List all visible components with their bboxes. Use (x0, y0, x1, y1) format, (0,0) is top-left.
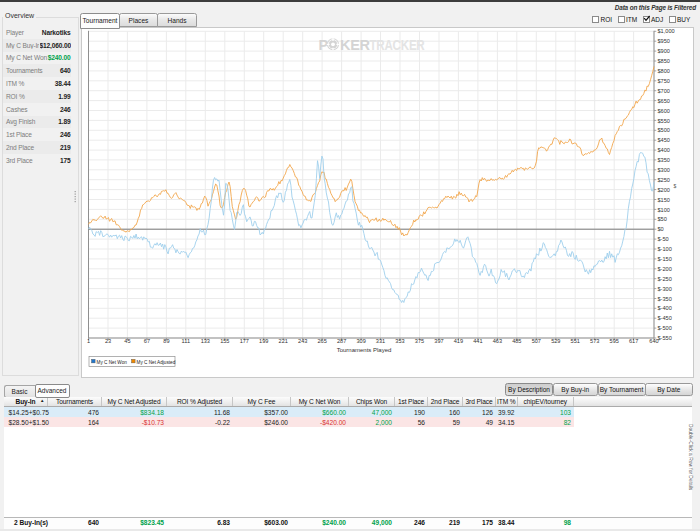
svg-text:23: 23 (105, 338, 111, 344)
svg-text:$1,000: $1,000 (658, 28, 675, 34)
svg-text:$600: $600 (658, 108, 670, 114)
svg-text:$0: $0 (658, 226, 664, 232)
svg-text:287: 287 (337, 338, 346, 344)
svg-text:67: 67 (144, 338, 150, 344)
svg-text:$100: $100 (658, 207, 670, 213)
svg-text:309: 309 (356, 338, 365, 344)
svg-text:$650: $650 (658, 98, 670, 104)
svg-text:$500: $500 (658, 127, 670, 133)
svg-text:KER: KER (340, 37, 371, 53)
svg-text:353: 353 (395, 338, 404, 344)
svg-text:$-100: $-100 (658, 246, 672, 252)
svg-text:199: 199 (259, 338, 268, 344)
svg-text:243: 243 (298, 338, 307, 344)
svg-text:$300: $300 (658, 167, 670, 173)
svg-text:$250: $250 (658, 177, 670, 183)
svg-text:529: 529 (551, 338, 560, 344)
svg-text:$-350: $-350 (658, 296, 672, 302)
svg-text:1: 1 (87, 338, 90, 344)
svg-text:$-550: $-550 (658, 335, 672, 341)
svg-text:45: 45 (124, 338, 130, 344)
svg-text:507: 507 (532, 338, 541, 344)
svg-text:177: 177 (240, 338, 249, 344)
svg-text:$-250: $-250 (658, 276, 672, 282)
svg-text:111: 111 (182, 338, 191, 344)
svg-text:$700: $700 (658, 88, 670, 94)
svg-text:441: 441 (473, 338, 482, 344)
svg-text:397: 397 (434, 338, 443, 344)
svg-text:$400: $400 (658, 147, 670, 153)
svg-text:$-450: $-450 (658, 315, 672, 321)
svg-text:375: 375 (415, 338, 424, 344)
svg-text:155: 155 (220, 338, 229, 344)
svg-text:463: 463 (493, 338, 502, 344)
svg-text:$-300: $-300 (658, 286, 672, 292)
svg-text:419: 419 (454, 338, 463, 344)
svg-text:595: 595 (610, 338, 619, 344)
svg-text:$-50: $-50 (658, 236, 669, 242)
svg-text:$50: $50 (658, 216, 667, 222)
svg-text:$900: $900 (658, 48, 670, 54)
svg-text:$850: $850 (658, 58, 670, 64)
svg-text:$150: $150 (658, 197, 670, 203)
svg-text:551: 551 (571, 338, 580, 344)
svg-text:221: 221 (279, 338, 288, 344)
svg-text:$950: $950 (658, 38, 670, 44)
svg-text:133: 133 (201, 338, 210, 344)
svg-text:My C Net Won: My C Net Won (97, 360, 128, 365)
svg-text:TRACKER: TRACKER (370, 36, 426, 53)
svg-text:573: 573 (590, 338, 599, 344)
svg-text:Tournaments Played: Tournaments Played (337, 347, 392, 353)
svg-text:89: 89 (163, 338, 169, 344)
svg-text:$550: $550 (658, 118, 670, 124)
svg-text:617: 617 (629, 338, 638, 344)
svg-text:$350: $350 (658, 157, 670, 163)
svg-text:$750: $750 (658, 78, 670, 84)
svg-text:$-400: $-400 (658, 305, 672, 311)
svg-text:331: 331 (376, 338, 385, 344)
svg-text:265: 265 (317, 338, 326, 344)
svg-text:My C Net Adjusted: My C Net Adjusted (137, 360, 176, 365)
svg-text:485: 485 (512, 338, 521, 344)
svg-text:$800: $800 (658, 68, 670, 74)
svg-text:$450: $450 (658, 137, 670, 143)
svg-text:$-150: $-150 (658, 256, 672, 262)
svg-text:$: $ (674, 183, 677, 189)
svg-text:$-200: $-200 (658, 266, 672, 272)
svg-text:$200: $200 (658, 187, 670, 193)
svg-text:$-500: $-500 (658, 325, 672, 331)
